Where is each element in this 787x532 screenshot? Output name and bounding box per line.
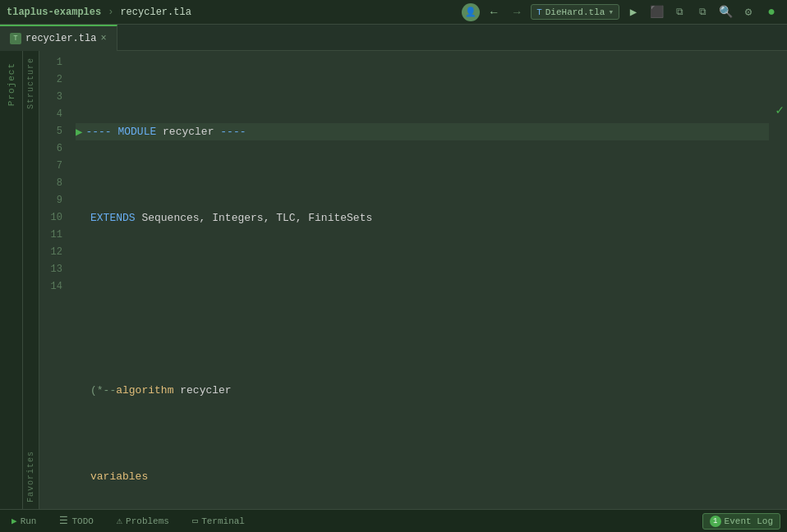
problems-icon: ⚠: [117, 515, 122, 527]
active-line-marker: ▶: [76, 126, 82, 138]
sidebar-project-icon[interactable]: Project: [5, 57, 18, 111]
dropdown-file-name: DieHard.tla: [545, 7, 605, 17]
tab-recycler[interactable]: T recycler.tla ×: [0, 25, 117, 51]
terminal-label: Terminal: [201, 516, 245, 526]
breadcrumb-file[interactable]: recycler.tla: [120, 7, 191, 18]
main-layout: Project Structure Favorites 1 2 3 4 5 6 …: [0, 51, 787, 509]
editor-wrapper: Structure Favorites 1 2 3 4 5 6 7 8 9 10…: [23, 51, 787, 509]
run-button[interactable]: ▶: [624, 3, 642, 21]
todo-button[interactable]: ☰ TODO: [54, 513, 98, 529]
code-editor[interactable]: ▶---- MODULE recycler ---- EXTENDS Seque…: [69, 51, 775, 509]
tab-label: recycler.tla: [25, 33, 96, 44]
right-gutter: [775, 51, 787, 509]
dropdown-arrow-icon: ▾: [608, 7, 614, 17]
user-avatar[interactable]: 👤: [462, 3, 480, 21]
problems-button[interactable]: ⚠ Problems: [112, 513, 174, 529]
run-bottom-button[interactable]: ▶ Run: [7, 514, 41, 528]
event-log-label: Event Log: [725, 516, 773, 526]
copy2-button[interactable]: ⧉: [693, 3, 711, 21]
breadcrumb-separator: ›: [108, 7, 113, 18]
tab-file-icon: T: [10, 33, 21, 44]
tabs-bar: T recycler.tla ×: [0, 25, 787, 51]
line-numbers: 1 2 3 4 5 6 7 8 9 10 11 12 13 14: [39, 51, 69, 509]
code-line-3: [76, 296, 769, 313]
code-line-5: variables: [76, 468, 769, 485]
back-button[interactable]: ←: [485, 3, 503, 21]
terminal-icon: ▭: [192, 515, 198, 527]
search-button[interactable]: 🔍: [716, 3, 734, 21]
event-log-badge: 1: [710, 516, 721, 527]
favorites-label[interactable]: Favorites: [23, 444, 39, 509]
todo-label: TODO: [71, 516, 93, 526]
vertical-labels: Structure Favorites: [23, 51, 39, 509]
validation-checkmark: ✓: [775, 102, 784, 118]
event-log-button[interactable]: 1 Event Log: [702, 513, 780, 530]
copy1-button[interactable]: ⧉: [670, 3, 688, 21]
tab-close-button[interactable]: ×: [100, 34, 106, 44]
structure-label[interactable]: Structure: [23, 51, 39, 116]
topbar-actions: 👤 ← → T DieHard.tla ▾ ▶ ⬛ ⧉ ⧉ 🔍 ⚙ ●: [462, 3, 780, 21]
terminal-button[interactable]: ▭ Terminal: [187, 513, 250, 529]
topbar-breadcrumb: tlaplus-examples › recycler.tla: [7, 7, 191, 18]
settings-button[interactable]: ⚙: [739, 3, 757, 21]
run-label: Run: [21, 516, 37, 526]
stop-button[interactable]: ⬛: [647, 3, 665, 21]
code-line-1: ▶---- MODULE recycler ----: [76, 123, 769, 140]
left-sidebar: Project: [0, 51, 23, 509]
code-line-4: (*--algorithm recycler: [76, 382, 769, 399]
problems-label: Problems: [126, 516, 169, 526]
forward-button[interactable]: →: [508, 3, 526, 21]
todo-icon: ☰: [59, 515, 68, 527]
bottombar: ▶ Run ☰ TODO ⚠ Problems ▭ Terminal 1 Eve…: [0, 509, 787, 532]
code-line-2: EXTENDS Sequences, Integers, TLC, Finite…: [76, 209, 769, 227]
run-bottom-icon: ▶: [12, 516, 17, 526]
color-button[interactable]: ●: [762, 3, 780, 21]
project-name[interactable]: tlaplus-examples: [7, 7, 101, 18]
file-dropdown[interactable]: T DieHard.tla ▾: [531, 4, 619, 20]
topbar: tlaplus-examples › recycler.tla 👤 ← → T …: [0, 0, 787, 25]
